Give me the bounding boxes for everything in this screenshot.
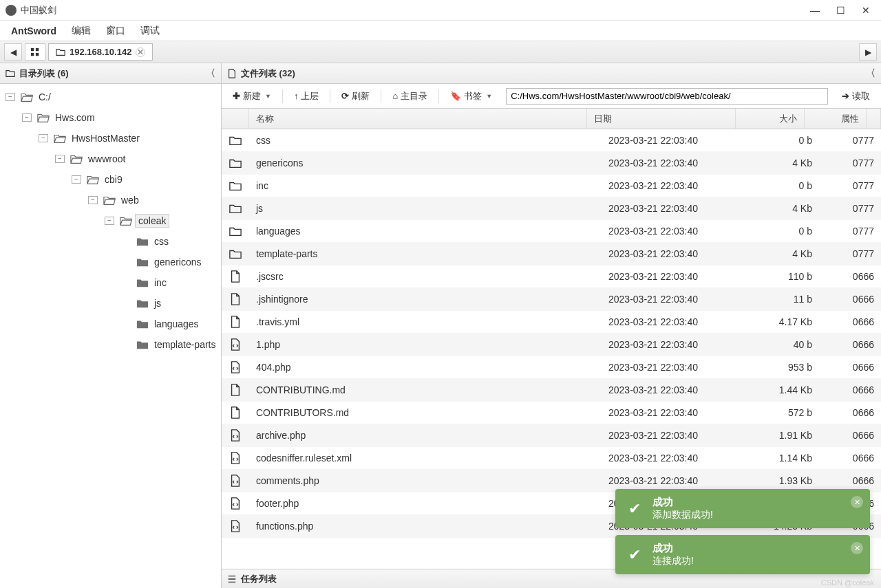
file-date: 2023-03-21 22:03:40 [602,339,750,350]
menu-window[interactable]: 窗口 [99,22,132,40]
collapse-left-button[interactable]: 〈 [206,67,215,80]
file-name: 404.php [249,362,602,373]
file-size: 4 Kb [750,248,819,259]
file-row[interactable]: 1.php2023-03-21 22:03:4040 b0666 [222,334,881,356]
file-row[interactable]: archive.php2023-03-21 22:03:401.91 Kb066… [222,424,881,447]
folder-icon [136,298,149,309]
tree-label: web [118,194,142,206]
bookmark-button[interactable]: 🔖书签▼ [445,87,498,105]
read-button[interactable]: ➔读取 [836,87,875,105]
file-row[interactable]: inc2023-03-21 22:03:400 b0777 [222,175,881,197]
check-icon: ✔ [625,499,644,519]
tree-node[interactable]: −wwwroot [0,149,221,169]
file-row[interactable]: 404.php2023-03-21 22:03:40953 b0666 [222,356,881,379]
tab-next-button[interactable]: ▶ [859,43,877,61]
tab-session[interactable]: 192.168.10.142 ✕ [48,43,153,61]
col-attr[interactable]: 属性 [805,109,867,129]
tree-toggler[interactable]: − [6,93,15,101]
file-icon [222,475,249,487]
up-button[interactable]: ↑上层 [288,87,325,105]
file-attr: 0666 [819,294,881,305]
minimize-button[interactable]: — [810,5,820,16]
file-size: 1.44 Kb [750,384,819,395]
tree-node[interactable]: −C:/ [0,87,221,107]
file-row[interactable]: genericons2023-03-21 22:03:404 Kb0777 [222,152,881,175]
menu-edit[interactable]: 编辑 [65,22,98,40]
file-row[interactable]: codesniffer.ruleset.xml2023-03-21 22:03:… [222,447,881,470]
file-date: 2023-03-21 22:03:40 [602,362,750,373]
file-name: languages [249,226,602,237]
home-button[interactable]: ⌂主目录 [387,87,433,105]
toast-close-button[interactable]: ✕ [851,542,863,554]
tree-node[interactable]: template-parts [0,334,221,355]
file-name: inc [249,180,602,191]
close-button[interactable]: ✕ [862,5,870,16]
file-row[interactable]: css2023-03-21 22:03:400 b0777 [222,129,881,152]
file-attr: 0777 [819,226,881,237]
file-row[interactable]: .travis.yml2023-03-21 22:03:404.17 Kb066… [222,311,881,334]
file-row[interactable]: languages2023-03-21 22:03:400 b0777 [222,220,881,243]
file-name: css [249,135,602,146]
file-attr: 0666 [819,475,881,486]
tree-toggler[interactable]: − [105,217,114,225]
folder-icon [120,215,132,226]
refresh-button[interactable]: ⟳刷新 [336,87,375,105]
file-icon [222,384,249,396]
tree-node[interactable]: css [0,231,221,252]
file-row[interactable]: CONTRIBUTING.md2023-03-21 22:03:401.44 K… [222,379,881,402]
file-attr: 0666 [819,453,881,464]
file-attr: 0666 [819,316,881,327]
tree-toggler[interactable]: − [72,175,81,184]
file-row[interactable]: .jscsrc2023-03-21 22:03:40110 b0666 [222,265,881,288]
file-row[interactable]: js2023-03-21 22:03:404 Kb0777 [222,197,881,220]
tree-node[interactable]: −cbi9 [0,169,221,190]
folder-icon [136,318,149,329]
tab-home-button[interactable] [25,43,45,61]
tree-toggler[interactable]: − [39,134,48,142]
file-date: 2023-03-21 22:03:40 [602,430,750,441]
tree-node[interactable]: −Hws.com [0,107,221,128]
tree-toggler[interactable]: − [55,155,65,163]
tree-node[interactable]: js [0,293,221,314]
tree-label: genericons [151,256,204,268]
file-size: 40 b [750,339,819,350]
directory-panel: 目录列表 (6) 〈 −C:/−Hws.com−HwsHostMaster−ww… [0,63,222,588]
folder-icon [54,133,66,144]
toast-close-button[interactable]: ✕ [851,496,863,508]
folder-icon [222,157,249,169]
col-date[interactable]: 日期 [587,109,736,129]
tree-toggler[interactable]: − [88,196,98,204]
col-name[interactable]: 名称 [249,109,587,129]
list-icon [227,574,237,584]
file-name: footer.php [249,498,602,509]
path-input[interactable] [506,88,828,105]
file-attr: 0666 [819,384,881,395]
file-row[interactable]: .jshintignore2023-03-21 22:03:4011 b0666 [222,288,881,311]
tree-toggler[interactable]: − [22,113,32,122]
toast-title: 成功 [652,496,713,509]
tree-node[interactable]: languages [0,314,221,334]
tree-node[interactable]: genericons [0,252,221,272]
file-icon [222,270,249,283]
new-button[interactable]: ✚新建▼ [227,87,277,105]
collapse-file-button[interactable]: 〈 [866,67,875,80]
folder-icon [87,174,99,185]
tree-node[interactable]: −HwsHostMaster [0,128,221,149]
file-size: 110 b [750,271,819,282]
tree-node[interactable]: −coleak [0,210,221,231]
col-icon[interactable] [222,109,249,129]
tree-node[interactable]: inc [0,272,221,293]
tree-node[interactable]: −web [0,190,221,210]
menu-debug[interactable]: 调试 [134,22,167,40]
tab-close-button[interactable]: ✕ [136,47,145,57]
file-date: 2023-03-21 22:03:40 [602,180,750,191]
folder-icon [222,248,249,260]
file-row[interactable]: CONTRIBUTORS.md2023-03-21 22:03:40572 b0… [222,402,881,424]
col-size[interactable]: 大小 [736,109,805,129]
menu-brand[interactable]: AntSword [4,23,63,39]
maximize-button[interactable]: ☐ [836,5,845,16]
file-row[interactable]: template-parts2023-03-21 22:03:404 Kb077… [222,243,881,265]
tab-prev-button[interactable]: ◀ [4,43,22,61]
file-size: 0 b [750,180,819,191]
file-attr: 0666 [819,271,881,282]
